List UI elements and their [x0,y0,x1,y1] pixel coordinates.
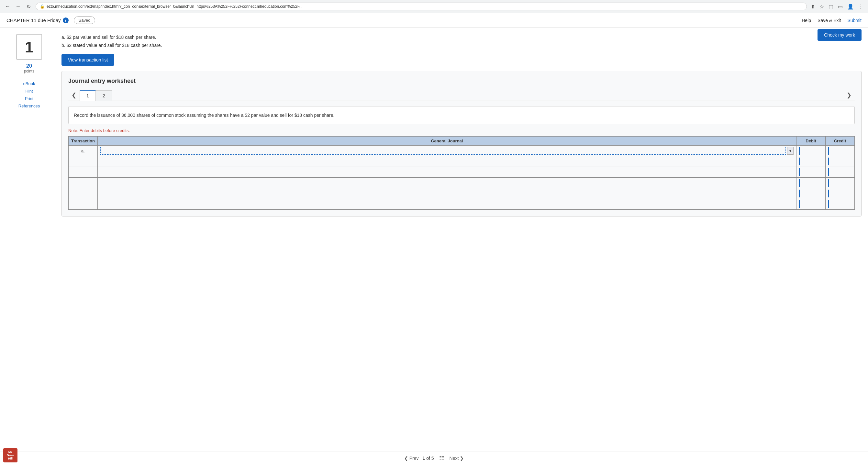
tab-navigation: ❮ 1 2 ❯ [68,90,855,101]
browser-nav-buttons: ← → ↻ [3,2,33,11]
general-journal-input-5[interactable] [100,190,794,197]
bookmark-icon[interactable]: ☆ [818,2,825,11]
chapter-title: CHAPTER 11 due Friday i [6,18,69,23]
table-row [69,167,855,178]
back-button[interactable]: ← [3,2,12,11]
table-row [69,199,855,210]
credit-cell-1[interactable] [826,146,855,156]
worksheet-title: Journal entry worksheet [68,78,855,85]
sidebar-links: eBook Hint Print References [19,81,40,108]
extensions-icon[interactable]: ◫ [827,2,835,11]
general-journal-cell-6[interactable] [97,199,796,210]
help-link[interactable]: Help [802,18,811,23]
hint-link[interactable]: Hint [25,89,33,94]
debit-input-1[interactable] [799,147,823,155]
header-actions: Help Save & Exit Submit [802,18,862,23]
debit-cell-5[interactable] [797,188,826,199]
dropdown-arrow-1[interactable]: ▼ [787,147,794,155]
debit-cell-6[interactable] [797,199,826,210]
browser-actions: ⬆ ☆ ◫ ▭ 👤 ⋮ [809,2,865,11]
view-transaction-list-button[interactable]: View transaction list [61,54,114,66]
browser-chrome: ← → ↻ 🔒 ezto.mheducation.com/ext/map/ind… [0,0,868,13]
instruction-text: Record the issuance of 36,000 shares of … [74,113,334,118]
note-text: Note: Enter debits before credits. [68,128,855,133]
transaction-cell-2 [69,156,98,167]
tab-next-button[interactable]: ❯ [843,90,855,101]
share-icon[interactable]: ⬆ [809,2,816,11]
debit-input-2[interactable] [799,158,823,165]
instruction-box: Record the issuance of 36,000 shares of … [68,106,855,124]
general-journal-cell-5[interactable] [97,188,796,199]
transaction-cell-5 [69,188,98,199]
debit-input-4[interactable] [799,179,823,187]
ebook-link[interactable]: eBook [23,81,35,86]
left-sidebar: 1 20 points eBook Hint Print References [0,28,58,223]
tab-2-button[interactable]: 2 [96,90,112,101]
credit-cell-6[interactable] [826,199,855,210]
credit-cell-3[interactable] [826,167,855,178]
general-journal-cell-4[interactable] [97,178,796,188]
forward-button[interactable]: → [13,2,23,11]
journal-table: Transaction General Journal Debit Credit… [68,136,855,210]
tab-1-button[interactable]: 1 [80,90,96,101]
check-my-work-button[interactable]: Check my work [817,29,862,41]
table-row [69,188,855,199]
worksheet-container: Journal entry worksheet ❮ 1 2 ❯ Record t… [61,71,862,216]
references-link[interactable]: References [19,103,40,108]
credit-cell-5[interactable] [826,188,855,199]
transaction-cell-4 [69,178,98,188]
credit-input-5[interactable] [828,190,852,197]
question-part-a: a. $2 par value and sell for $18 cash pe… [61,34,862,41]
credit-input-6[interactable] [828,200,852,208]
saved-badge: Saved [74,17,95,24]
debit-input-6[interactable] [799,200,823,208]
reload-button[interactable]: ↻ [24,2,33,11]
general-journal-input-4[interactable] [100,179,794,187]
table-header-row: Transaction General Journal Debit Credit [69,136,855,146]
general-journal-input-2[interactable] [100,158,794,165]
general-journal-cell-2[interactable] [97,156,796,167]
general-journal-input-3[interactable] [100,168,794,176]
credit-cell-2[interactable] [826,156,855,167]
col-header-debit: Debit [797,136,826,146]
credit-input-2[interactable] [828,158,852,165]
menu-icon[interactable]: ⋮ [857,2,865,11]
info-icon[interactable]: i [63,18,69,23]
credit-input-3[interactable] [828,168,852,176]
points-value: 20 [26,63,32,69]
app-header: CHAPTER 11 due Friday i Saved Help Save … [0,13,868,28]
debit-cell-4[interactable] [797,178,826,188]
table-row [69,156,855,167]
debit-cell-1[interactable] [797,146,826,156]
main-layout: 1 20 points eBook Hint Print References … [0,28,868,223]
general-journal-cell-3[interactable] [97,167,796,178]
general-journal-cell[interactable]: ▼ [97,146,796,156]
col-header-transaction: Transaction [69,136,98,146]
transaction-cell: a. [69,146,98,156]
credit-cell-4[interactable] [826,178,855,188]
split-screen-icon[interactable]: ▭ [837,2,844,11]
url-text: ezto.mheducation.com/ext/map/index.html?… [46,4,803,9]
tab-prev-button[interactable]: ❮ [68,90,80,101]
debit-cell-3[interactable] [797,167,826,178]
debit-input-5[interactable] [799,190,823,197]
general-journal-input-1[interactable] [100,147,786,155]
table-row [69,178,855,188]
profile-icon[interactable]: 👤 [846,2,855,11]
credit-input-4[interactable] [828,179,852,187]
col-header-credit: Credit [826,136,855,146]
save-exit-link[interactable]: Save & Exit [817,18,841,23]
print-link[interactable]: Print [25,96,34,101]
general-journal-input-6[interactable] [100,200,794,208]
transaction-cell-6 [69,199,98,210]
submit-link[interactable]: Submit [847,18,862,23]
table-row: a. ▼ [69,146,855,156]
col-header-general-journal: General Journal [97,136,796,146]
credit-input-1[interactable] [828,147,852,155]
debit-cell-2[interactable] [797,156,826,167]
debit-input-3[interactable] [799,168,823,176]
content-area: a. $2 par value and sell for $18 cash pe… [58,28,868,223]
question-text: a. $2 par value and sell for $18 cash pe… [61,34,862,49]
lock-icon: 🔒 [40,4,45,9]
address-bar[interactable]: 🔒 ezto.mheducation.com/ext/map/index.htm… [36,3,807,10]
